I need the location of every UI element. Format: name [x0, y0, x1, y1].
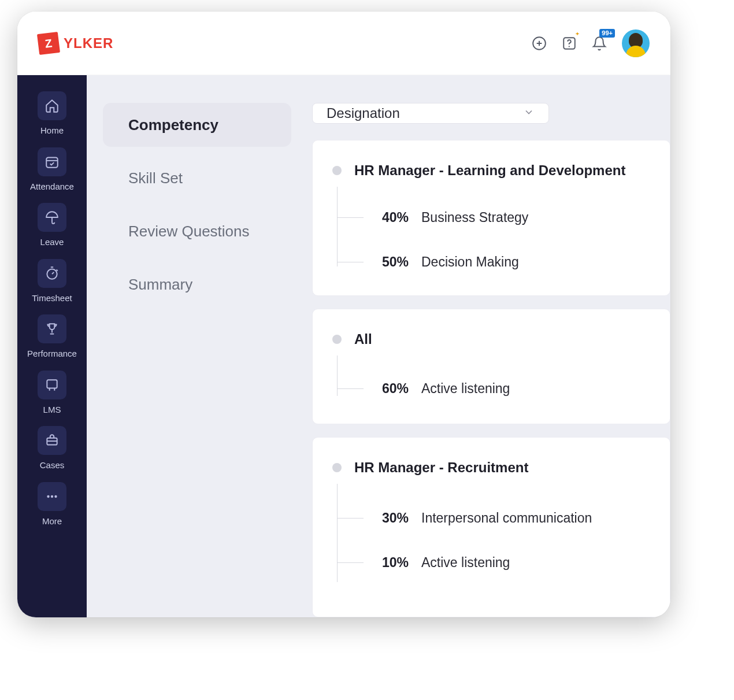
bullet-icon: [332, 166, 342, 175]
svg-point-4: [569, 46, 570, 47]
competency-pct: 30%: [376, 510, 409, 526]
topbar: Z YLKER 99+: [17, 12, 670, 75]
nav-label: Leave: [40, 238, 64, 247]
tab-skill-set[interactable]: Skill Set: [103, 156, 291, 200]
card-title: HR Manager - Recruitment: [354, 460, 528, 476]
nav-rail: Home Attendance Leave Timesheet: [17, 75, 87, 617]
tab-summary[interactable]: Summary: [103, 262, 291, 306]
nav-label: Performance: [27, 349, 77, 359]
designation-select[interactable]: Designation: [312, 103, 549, 124]
top-actions: 99+: [532, 29, 650, 57]
nav-item-more[interactable]: More: [25, 482, 79, 527]
svg-rect-5: [46, 157, 58, 167]
app-window: Z YLKER 99+: [17, 12, 670, 617]
main-column: Designation HR Manager - Learning and De…: [312, 103, 670, 617]
svg-line-9: [52, 272, 54, 273]
home-icon: [38, 91, 66, 120]
trophy-icon: [38, 314, 66, 343]
briefcase-icon: [38, 426, 66, 455]
chevron-down-icon: [523, 105, 535, 121]
tabs-column: Competency Skill Set Review Questions Su…: [103, 103, 291, 617]
competency-label: Decision Making: [421, 254, 519, 270]
competency-label: Active listening: [421, 555, 510, 571]
nav-item-leave[interactable]: Leave: [25, 203, 79, 247]
competency-label: Active listening: [421, 381, 510, 397]
brand-badge: Z: [37, 31, 60, 54]
competency-card: HR Manager - Recruitment 30% Interperson…: [312, 437, 670, 617]
brand-name: YLKER: [64, 35, 113, 51]
competency-card: All 60% Active listening: [312, 309, 670, 424]
competency-groups: HR Manager - Learning and Development 40…: [312, 140, 670, 617]
notifications-button[interactable]: 99+: [592, 36, 607, 51]
nav-item-performance[interactable]: Performance: [25, 314, 79, 359]
competency-pct: 50%: [376, 254, 409, 270]
nav-label: Home: [40, 126, 64, 136]
svg-point-19: [51, 495, 53, 497]
bullet-icon: [332, 335, 342, 344]
competency-pct: 10%: [376, 555, 409, 571]
card-title: All: [354, 331, 372, 347]
nav-label: Cases: [40, 461, 65, 471]
nav-item-home[interactable]: Home: [25, 91, 79, 136]
nav-label: LMS: [43, 405, 61, 415]
tab-review-questions[interactable]: Review Questions: [103, 209, 291, 253]
nav-item-timesheet[interactable]: Timesheet: [25, 259, 79, 303]
notification-badge: 99+: [599, 29, 615, 38]
tab-competency[interactable]: Competency: [103, 103, 291, 147]
competency-label: Business Strategy: [421, 210, 528, 225]
bullet-icon: [332, 463, 342, 472]
avatar[interactable]: [622, 29, 650, 57]
umbrella-icon: [38, 203, 66, 232]
competency-card: HR Manager - Learning and Development 40…: [312, 140, 670, 296]
svg-point-20: [54, 495, 57, 497]
tab-label: Skill Set: [128, 169, 183, 187]
sparkle-icon: [573, 31, 581, 39]
nav-item-attendance[interactable]: Attendance: [25, 147, 79, 192]
add-button[interactable]: [532, 36, 547, 51]
content: Competency Skill Set Review Questions Su…: [87, 75, 670, 617]
board-icon: [38, 371, 66, 399]
nav-item-cases[interactable]: Cases: [25, 426, 79, 471]
select-label: Designation: [327, 105, 400, 121]
card-title: HR Manager - Learning and Development: [354, 162, 625, 179]
nav-label: More: [42, 517, 62, 527]
nav-label: Attendance: [30, 182, 74, 192]
tab-label: Competency: [128, 116, 218, 134]
tab-label: Summary: [128, 276, 192, 294]
stopwatch-icon: [38, 259, 66, 288]
svg-point-18: [47, 495, 49, 497]
competency-pct: 60%: [376, 381, 409, 397]
competency-pct: 40%: [376, 210, 409, 225]
brand-logo[interactable]: Z YLKER: [38, 33, 113, 54]
more-icon: [38, 482, 66, 511]
competency-label: Interpersonal communication: [421, 510, 592, 526]
nav-label: Timesheet: [32, 294, 72, 303]
calendar-check-icon: [38, 147, 66, 176]
help-button[interactable]: [562, 36, 577, 51]
nav-item-lms[interactable]: LMS: [25, 371, 79, 415]
app-body: Home Attendance Leave Timesheet: [17, 75, 670, 617]
brand-badge-letter: Z: [45, 36, 53, 50]
tab-label: Review Questions: [128, 223, 250, 240]
svg-rect-13: [47, 380, 57, 388]
svg-line-11: [57, 269, 58, 271]
